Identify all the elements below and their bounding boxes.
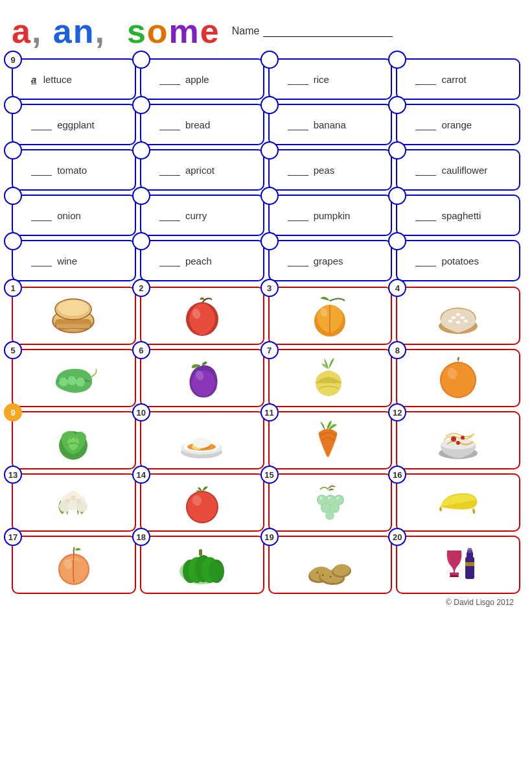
circle-grapes xyxy=(260,232,279,250)
svg-point-73 xyxy=(179,558,224,584)
word-card-cauliflower[interactable]: cauliflower xyxy=(396,149,520,191)
title-m: m xyxy=(169,12,200,50)
img-num-1: 1 xyxy=(4,279,22,297)
lettuce-icon xyxy=(49,420,98,462)
circle-carrot xyxy=(388,51,406,69)
circle-orange xyxy=(388,96,406,114)
pumpkin-icon xyxy=(178,544,226,586)
svg-point-11 xyxy=(452,316,456,319)
banana-icon xyxy=(434,482,483,524)
apple-icon xyxy=(179,293,225,338)
title-e: e xyxy=(200,12,220,50)
image-card-onion: 7 xyxy=(268,349,393,407)
image-card-peach: 17 xyxy=(12,536,136,594)
svg-point-44 xyxy=(65,499,70,504)
svg-rect-67 xyxy=(199,549,202,556)
img-num-9: 9 xyxy=(4,403,22,421)
word-card-peas[interactable]: peas xyxy=(268,149,393,191)
circle-apple xyxy=(132,51,150,69)
grapes-icon xyxy=(306,482,354,524)
word-card-tomato[interactable]: tomato xyxy=(12,149,136,191)
svg-point-81 xyxy=(321,574,323,576)
title-row: a, an, some Name xyxy=(12,12,520,51)
word-card-carrot[interactable]: carrot xyxy=(396,58,520,100)
svg-rect-84 xyxy=(465,557,474,579)
image-card-eggplant: 6 xyxy=(140,349,264,407)
word-card-pumpkin[interactable]: pumpkin xyxy=(268,195,393,236)
word-card-spaghetti[interactable]: spaghetti xyxy=(396,195,520,236)
svg-point-46 xyxy=(76,499,82,504)
word-card-wine[interactable]: wine xyxy=(12,240,136,281)
circle-banana xyxy=(260,96,279,114)
img-num-11: 11 xyxy=(260,403,279,421)
image-card-wine: 20 xyxy=(396,536,520,594)
svg-rect-3 xyxy=(56,320,91,324)
img-num-17: 17 xyxy=(4,528,22,546)
word-card-banana[interactable]: banana xyxy=(268,104,393,145)
title-a: a xyxy=(12,12,32,50)
image-card-potatoes: 19 xyxy=(268,536,393,594)
svg-point-82 xyxy=(329,575,331,577)
svg-point-17 xyxy=(59,377,68,386)
img-num-4: 4 xyxy=(388,279,406,297)
number-badge-9: 9 xyxy=(4,51,22,69)
img-num-7: 7 xyxy=(260,341,279,359)
word-card-apricot[interactable]: apricot xyxy=(140,149,264,191)
img-num-20: 20 xyxy=(388,528,406,546)
name-underline[interactable] xyxy=(263,25,393,37)
circle-pumpkin xyxy=(260,187,279,205)
circle-onion xyxy=(4,187,22,205)
svg-point-12 xyxy=(456,313,460,316)
svg-point-14 xyxy=(448,320,452,322)
orange-icon xyxy=(435,355,481,401)
image-card-apple: 2 xyxy=(140,287,264,345)
circle-bread xyxy=(132,96,150,114)
img-num-19: 19 xyxy=(260,528,279,546)
svg-point-36 xyxy=(461,436,465,440)
svg-point-58 xyxy=(321,503,330,512)
image-card-spaghetti: 12 xyxy=(396,411,520,469)
word-card-orange[interactable]: orange xyxy=(396,104,520,145)
apricot-icon xyxy=(307,293,353,338)
svg-point-32 xyxy=(192,438,211,448)
bread-icon xyxy=(49,295,98,337)
svg-point-60 xyxy=(325,511,334,520)
title-text: a, an, some xyxy=(12,12,220,51)
svg-point-59 xyxy=(330,503,339,512)
word-card-rice[interactable]: rice xyxy=(268,58,393,100)
img-num-18: 18 xyxy=(132,528,150,546)
image-card-cauliflower: 13 xyxy=(12,473,136,532)
circle-tomato xyxy=(4,141,22,160)
word-card-curry[interactable]: curry xyxy=(140,195,264,236)
word-card-onion[interactable]: onion xyxy=(12,195,136,236)
svg-point-80 xyxy=(316,571,318,573)
tomato-icon xyxy=(179,480,225,525)
cauliflower-icon xyxy=(49,482,98,524)
svg-rect-87 xyxy=(468,548,472,551)
image-card-bread: 1 xyxy=(12,287,136,345)
word-card-apple[interactable]: apple xyxy=(140,58,264,100)
word-card-potatoes[interactable]: potatoes xyxy=(396,240,520,281)
onion-icon xyxy=(306,357,354,399)
word-card-eggplant[interactable]: eggplant xyxy=(12,104,136,145)
img-num-16: 16 xyxy=(388,466,406,484)
img-num-12: 12 xyxy=(388,403,406,421)
img-num-5: 5 xyxy=(4,341,22,359)
image-grid: 1 2 3 xyxy=(12,287,520,594)
eggplant-icon xyxy=(178,357,226,399)
svg-point-35 xyxy=(451,436,456,442)
svg-rect-83 xyxy=(450,575,459,577)
word-card-bread[interactable]: bread xyxy=(140,104,264,145)
svg-point-48 xyxy=(187,492,217,522)
image-card-grapes: 15 xyxy=(268,473,393,532)
svg-point-62 xyxy=(328,497,330,499)
word-card-peach[interactable]: peach xyxy=(140,240,264,281)
svg-point-19 xyxy=(76,377,85,386)
word-card-lettuce[interactable]: 9 a lettuce xyxy=(12,58,136,100)
svg-rect-88 xyxy=(465,562,474,566)
image-card-carrot: 11 xyxy=(268,411,393,469)
circle-eggplant xyxy=(4,96,22,114)
word-card-grapes[interactable]: grapes xyxy=(268,240,393,281)
title-an: an xyxy=(53,12,95,50)
svg-point-55 xyxy=(318,495,327,504)
